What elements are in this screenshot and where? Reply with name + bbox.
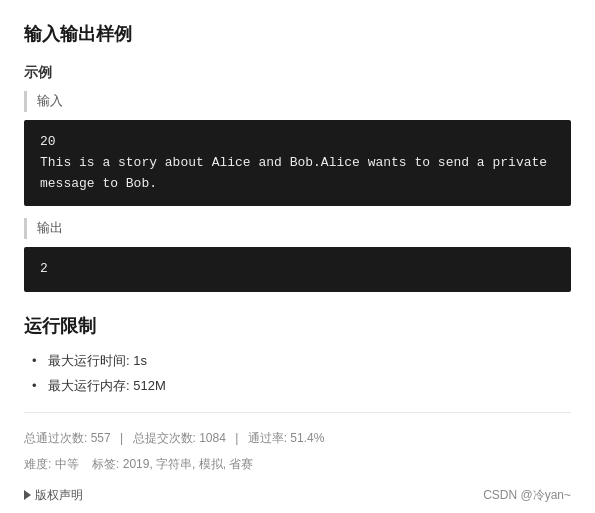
stats-row: 总通过次数: 557 | 总提交次数: 1084 | 通过率: 51.4% <box>24 429 571 448</box>
separator-1: | <box>120 431 123 445</box>
main-section: 输入输出样例 示例 输入 20 This is a story about Al… <box>24 20 571 292</box>
list-item: 最大运行时间: 1s <box>32 351 571 372</box>
output-label: 输出 <box>24 218 571 239</box>
csdn-brand: CSDN @冷yan~ <box>483 486 571 505</box>
page-container: 输入输出样例 示例 输入 20 This is a story about Al… <box>0 0 595 513</box>
triangle-icon <box>24 490 31 500</box>
runtime-list: 最大运行时间: 1s 最大运行内存: 512M <box>24 351 571 397</box>
output-code-block: 2 <box>24 247 571 292</box>
main-title: 输入输出样例 <box>24 20 571 49</box>
copyright-label: 版权声明 <box>35 486 83 505</box>
tags-label: 标签: <box>92 457 119 471</box>
divider <box>24 412 571 413</box>
input-label: 输入 <box>24 91 571 112</box>
separator-2: | <box>235 431 238 445</box>
list-item: 最大运行内存: 512M <box>32 376 571 397</box>
runtime-title: 运行限制 <box>24 312 571 341</box>
tags-value: 2019, 字符串, 模拟, 省赛 <box>123 457 254 471</box>
total-submit: 总提交次数: 1084 <box>133 431 226 445</box>
copyright-toggle[interactable]: 版权声明 <box>24 486 83 505</box>
difficulty-label: 难度: <box>24 457 51 471</box>
example-section: 示例 输入 20 This is a story about Alice and… <box>24 61 571 292</box>
pass-rate: 通过率: 51.4% <box>248 431 325 445</box>
example-title: 示例 <box>24 61 571 83</box>
input-code-block: 20 This is a story about Alice and Bob.A… <box>24 120 571 206</box>
difficulty-value: 中等 <box>55 457 79 471</box>
tags-row: 难度: 中等 标签: 2019, 字符串, 模拟, 省赛 <box>24 455 571 474</box>
footer-row: 版权声明 CSDN @冷yan~ <box>24 486 571 505</box>
runtime-section: 运行限制 最大运行时间: 1s 最大运行内存: 512M <box>24 312 571 396</box>
total-pass: 总通过次数: 557 <box>24 431 111 445</box>
